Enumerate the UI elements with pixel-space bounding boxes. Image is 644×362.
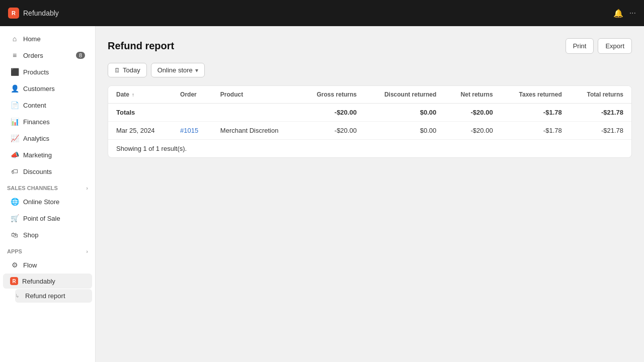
sort-icon: ↑ <box>132 92 134 98</box>
shop-icon: 🛍 <box>10 230 19 239</box>
orders-badge: 8 <box>76 52 85 59</box>
print-button[interactable]: Print <box>566 38 594 54</box>
sidebar-item-customers[interactable]: 👤 Customers <box>3 80 92 97</box>
topbar-left: R Refundably <box>8 8 59 19</box>
page-title: Refund report <box>108 40 174 52</box>
sidebar-item-products[interactable]: ⬛ Products <box>3 64 92 80</box>
channel-filter-label: Online store <box>157 66 193 74</box>
sidebar-item-label: Point of Sale <box>23 215 60 222</box>
sidebar-item-finances[interactable]: 📊 Finances <box>3 114 92 130</box>
bell-icon[interactable]: 🔔 <box>613 9 623 18</box>
order-link[interactable]: #1015 <box>180 127 198 134</box>
col-product: Product <box>212 86 299 104</box>
sales-channels-section: Sales channels › <box>0 180 95 193</box>
sales-channels-toggle[interactable]: › <box>86 185 88 191</box>
content-icon: 📄 <box>10 101 19 110</box>
sidebar-item-label: Customers <box>23 85 55 93</box>
totals-discount-returned: $0.00 <box>365 104 444 122</box>
sidebar-item-label: Orders <box>23 52 43 59</box>
report-table-card: Date ↑ Order Product Gross returns <box>108 85 632 158</box>
showing-text: Showing 1 of 1 result(s). <box>108 140 631 158</box>
totals-gross-returns: -$20.00 <box>299 104 365 122</box>
sidebar-item-analytics[interactable]: 📈 Analytics <box>3 130 92 146</box>
col-taxes-returned: Taxes returned <box>501 86 570 104</box>
date-filter[interactable]: 🗓 Today <box>108 63 147 77</box>
filters: 🗓 Today Online store ▾ <box>108 63 632 77</box>
row-order: #1015 <box>172 122 212 140</box>
date-filter-label: Today <box>123 66 140 74</box>
analytics-icon: 📈 <box>10 134 19 143</box>
totals-label: Totals <box>108 104 172 122</box>
row-net-returns: -$20.00 <box>444 122 501 140</box>
sidebar-item-flow[interactable]: ⚙ Flow <box>3 257 92 273</box>
table-row: Mar 25, 2024 #1015 Merchant Discretion -… <box>108 122 631 140</box>
sidebar-sub-item-refund-report[interactable]: ↳ Refund report <box>15 289 92 303</box>
col-order: Order <box>172 86 212 104</box>
sidebar-item-online-store[interactable]: 🌐 Online Store <box>3 194 92 210</box>
channel-filter[interactable]: Online store ▾ <box>151 63 205 77</box>
sidebar-item-label: Refundably <box>22 278 55 285</box>
sidebar-item-home[interactable]: ⌂ Home <box>3 31 92 47</box>
sidebar-item-label: Shop <box>23 231 38 239</box>
totals-taxes-returned: -$1.78 <box>501 104 570 122</box>
apps-toggle[interactable]: › <box>86 248 88 254</box>
row-date: Mar 25, 2024 <box>108 122 172 140</box>
table-header-row: Date ↑ Order Product Gross returns <box>108 86 631 104</box>
col-discount-returned: Discount returned <box>365 86 444 104</box>
apps-section: Apps › <box>0 243 95 256</box>
row-discount-returned: $0.00 <box>365 122 444 140</box>
row-total-returns: -$21.78 <box>570 122 631 140</box>
row-gross-returns: -$20.00 <box>299 122 365 140</box>
showing-row: Showing 1 of 1 result(s). <box>108 140 631 158</box>
finances-icon: 📊 <box>10 117 19 126</box>
topbar: R Refundably 🔔 ··· <box>0 0 644 26</box>
sidebar-item-label: Finances <box>23 118 50 126</box>
page-actions: Print Export <box>566 38 632 54</box>
totals-order <box>172 104 212 122</box>
col-net-returns: Net returns <box>444 86 501 104</box>
totals-net-returns: -$20.00 <box>444 104 501 122</box>
home-icon: ⌂ <box>10 34 19 43</box>
more-icon[interactable]: ··· <box>629 9 636 18</box>
sidebar-item-label: Products <box>23 68 49 76</box>
sub-item-icon: ↳ <box>15 293 19 299</box>
sidebar-item-marketing[interactable]: 📣 Marketing <box>3 147 92 163</box>
sidebar-item-shop[interactable]: 🛍 Shop <box>3 227 92 243</box>
chevron-down-icon: ▾ <box>195 67 198 74</box>
sidebar-item-content[interactable]: 📄 Content <box>3 97 92 113</box>
refundably-icon: R <box>10 277 18 285</box>
page-header: Refund report Print Export <box>108 38 632 54</box>
col-total-returns: Total returns <box>570 86 631 104</box>
export-button[interactable]: Export <box>598 38 632 54</box>
sidebar-sub-item-label: Refund report <box>25 292 65 300</box>
sidebar-item-discounts[interactable]: 🏷 Discounts <box>3 163 92 179</box>
sidebar-item-label: Content <box>23 102 46 109</box>
sidebar: ⌂ Home ≡ Orders 8 ⬛ Products 👤 Customers… <box>0 26 96 362</box>
sidebar-item-label: Analytics <box>23 135 49 142</box>
col-date[interactable]: Date ↑ <box>108 86 172 104</box>
sidebar-item-label: Home <box>23 35 41 43</box>
sidebar-item-point-of-sale[interactable]: 🛒 Point of Sale <box>3 210 92 226</box>
main-content: Refund report Print Export 🗓 Today Onlin… <box>96 26 644 362</box>
sidebar-item-refundably[interactable]: R Refundably <box>3 274 92 289</box>
report-table: Date ↑ Order Product Gross returns <box>108 86 631 157</box>
app-logo: R <box>8 8 19 19</box>
products-icon: ⬛ <box>10 67 19 76</box>
totals-product <box>212 104 299 122</box>
sidebar-item-label: Discounts <box>23 168 52 175</box>
orders-icon: ≡ <box>10 51 19 60</box>
sidebar-item-label: Online Store <box>23 198 59 206</box>
row-product: Merchant Discretion <box>212 122 299 140</box>
flow-icon: ⚙ <box>10 260 19 269</box>
topbar-right: 🔔 ··· <box>613 9 636 18</box>
marketing-icon: 📣 <box>10 150 19 159</box>
pos-icon: 🛒 <box>10 214 19 223</box>
table-row-totals: Totals -$20.00 $0.00 -$20.00 -$1.78 -$21… <box>108 104 631 122</box>
row-taxes-returned: -$1.78 <box>501 122 570 140</box>
online-store-icon: 🌐 <box>10 197 19 206</box>
sidebar-item-orders[interactable]: ≡ Orders 8 <box>3 47 92 63</box>
sidebar-item-label: Marketing <box>23 151 52 159</box>
topbar-title: Refundably <box>23 9 59 17</box>
calendar-icon: 🗓 <box>114 67 120 74</box>
totals-total-returns: -$21.78 <box>570 104 631 122</box>
